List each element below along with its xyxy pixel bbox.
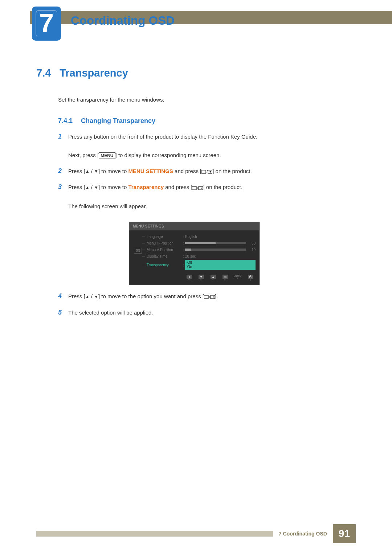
step-text: ] to display the corresponding menu scre… [115, 152, 221, 158]
osd-value: 50 [248, 241, 256, 245]
osd-panel: MENU SETTINGS Language : English Menu H-… [129, 222, 260, 285]
subsection-heading: 7.4.1 Changing Transparency [58, 117, 356, 125]
osd-key-up: ▲▾ [211, 275, 216, 281]
osd-key-auto: AUTO▾ [234, 275, 241, 281]
step-number: 4 [58, 292, 68, 300]
step-number: 1 [58, 133, 68, 140]
step-body: Press [▲ / ▼] to move to Transparency an… [68, 182, 242, 211]
step-text: and press [ [164, 184, 192, 190]
up-icon: ▲ [85, 168, 90, 175]
osd-slider [185, 249, 246, 251]
osd-row-language: Language : English [147, 233, 256, 240]
step-4: 4 Press [▲ / ▼] to move to the option yo… [58, 292, 356, 301]
step-3: 3 Press [▲ / ▼] to move to Transparency … [58, 182, 356, 211]
osd-key-down: ▼▾ [199, 275, 204, 281]
osd-key-power: ⏻▾ [248, 275, 253, 281]
step-text: ]. [215, 293, 218, 299]
osd-label: Menu H-Position [147, 241, 183, 245]
osd-value: 20 sec [185, 254, 256, 258]
svg-rect-0 [201, 170, 206, 173]
step-text: The following screen will appear. [68, 203, 147, 209]
steps-list: 1 Press any button on the front of the p… [58, 132, 356, 317]
osd-row-displaytime: Display Time : 20 sec [147, 253, 256, 259]
chapter-number-badge: 7 [32, 7, 61, 41]
down-icon: ▼ [94, 293, 98, 300]
page-footer: 7 Coordinating OSD 91 [36, 524, 356, 543]
step-text: Press [ [68, 168, 85, 174]
step-number: 3 [58, 183, 68, 191]
osd-value: English [185, 235, 256, 239]
step-text: ] on the product. [203, 184, 242, 190]
step-body: Press [▲ / ▼] to move to MENU SETTINGS a… [68, 167, 252, 176]
step-text: ] to move to the option you want and pre… [98, 293, 204, 299]
step-body: Press [▲ / ▼] to move to the option you … [68, 292, 218, 301]
step-text: Press [ [68, 293, 85, 299]
osd-key-back: ◄▾ [187, 275, 192, 281]
step-2: 2 Press [▲ / ▼] to move to MENU SETTINGS… [58, 167, 356, 176]
section-intro: Set the transparency for the menu window… [58, 97, 356, 103]
header-gap [0, 11, 30, 24]
source-enter-icon: / [201, 167, 212, 176]
step-1: 1 Press any button on the front of the p… [58, 132, 356, 160]
subsection-number: 7.4.1 [58, 117, 73, 124]
svg-rect-8 [204, 295, 208, 299]
osd-option-off: Off [187, 260, 253, 265]
osd-dropdown: Off On [185, 260, 256, 270]
osd-slider-fill [185, 242, 216, 244]
osd-value: 10 [248, 248, 256, 252]
step-5: 5 The selected option will be applied. [58, 308, 356, 317]
step-number: 2 [58, 167, 68, 175]
section-title: Transparency [60, 67, 128, 79]
osd-key-enter: ▭▾ [222, 275, 228, 281]
svg-rect-3 [192, 186, 196, 190]
highlight-transparency: Transparency [128, 184, 164, 190]
highlight-menu-settings: MENU SETTINGS [128, 168, 173, 174]
osd-label: Language [147, 235, 183, 239]
down-icon: ▼ [94, 184, 98, 191]
step-text: Next, press [ [68, 152, 99, 158]
osd-nav-bar: ◄▾ ▼▾ ▲▾ ▭▾ AUTO▾ ⏻▾ [129, 273, 259, 281]
footer-bar [36, 531, 273, 537]
chapter-title: Coordinating OSD [71, 14, 175, 28]
step-text: The selected option will be applied. [68, 309, 153, 316]
page-content: 7.4 Transparency Set the transparency fo… [36, 67, 356, 317]
step-body: Press any button on the front of the pro… [68, 132, 257, 160]
osd-header: MENU SETTINGS [129, 222, 259, 230]
section-number: 7.4 [36, 67, 58, 79]
osd-label: Display Time [147, 254, 183, 258]
menu-key-icon: MENU [99, 152, 115, 159]
section-heading: 7.4 Transparency [36, 67, 356, 79]
osd-slider [185, 242, 246, 244]
step-text: ] to move to [98, 184, 128, 190]
step-number: 5 [58, 309, 68, 316]
footer-chapter: 7 Coordinating OSD [279, 531, 327, 537]
step-body: The selected option will be applied. [68, 308, 153, 317]
osd-label: Menu V-Position [147, 248, 183, 252]
footer-page-number: 91 [333, 524, 356, 543]
step-text: ] on the product. [212, 168, 252, 174]
osd-row-vposition: Menu V-Position : 10 [147, 246, 256, 253]
step-text: and press [ [173, 168, 201, 174]
source-enter-icon: / [204, 292, 215, 301]
step-text: Press [ [68, 184, 85, 190]
up-icon: ▲ [85, 293, 90, 300]
osd-row-transparency: Transparency : Off On [147, 259, 256, 270]
osd-rows: Language : English Menu H-Position : 50 … [147, 233, 256, 270]
osd-row-hposition: Menu H-Position : 50 [147, 240, 256, 246]
osd-body: Language : English Menu H-Position : 50 … [129, 230, 259, 273]
svg-point-7 [138, 250, 139, 251]
step-text: Press any button on the front of the pro… [68, 134, 257, 140]
osd-slider-fill [185, 249, 191, 251]
source-enter-icon: / [192, 183, 203, 193]
step-text: ] to move to [98, 168, 128, 174]
osd-option-on: On [187, 265, 253, 269]
subsection-title: Changing Transparency [81, 117, 155, 124]
down-icon: ▼ [94, 168, 98, 175]
osd-section-icon [134, 248, 142, 254]
up-icon: ▲ [85, 184, 90, 191]
osd-label-active: Transparency [147, 263, 183, 267]
